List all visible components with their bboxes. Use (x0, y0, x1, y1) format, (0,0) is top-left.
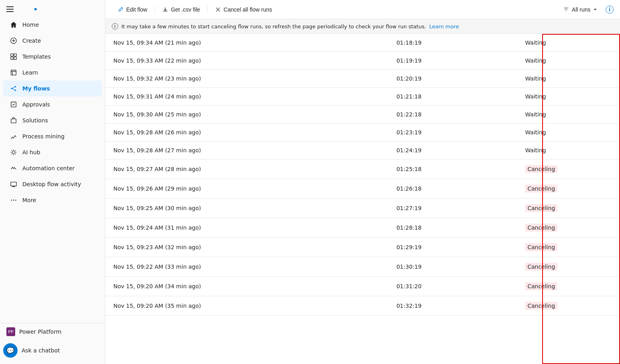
all-runs-button[interactable]: All runs (558, 4, 602, 15)
automationcenter-icon (10, 164, 18, 172)
run-date: Nov 15, 09:28 AM (27 min ago) (105, 142, 388, 159)
run-duration: 01:19:19 (388, 52, 517, 70)
sidebar-item-desktopflow[interactable]: Desktop flow activity (3, 176, 102, 192)
run-date: Nov 15, 09:20 AM (34 min ago) (105, 277, 388, 296)
sidebar-item-create-label: Create (22, 37, 41, 44)
download-icon (162, 6, 168, 13)
table-row[interactable]: Nov 15, 09:34 AM (21 min ago)01:18:19Wai… (105, 34, 620, 52)
learn-more-link[interactable]: Learn more (429, 24, 459, 30)
sidebar-item-desktopflow-label: Desktop flow activity (22, 181, 81, 187)
table-row[interactable]: Nov 15, 09:33 AM (22 min ago)01:19:19Wai… (105, 52, 620, 70)
run-status: Canceling (517, 179, 620, 199)
run-status: Canceling (517, 257, 620, 277)
run-date: Nov 15, 09:25 AM (30 min ago) (105, 199, 388, 218)
create-icon (10, 37, 18, 45)
chatbot-label: Ask a chatbot (22, 347, 60, 354)
run-date: Nov 15, 09:32 AM (23 min ago) (105, 70, 388, 88)
toolbar-separator-2 (207, 6, 208, 14)
run-date: Nov 15, 09:20 AM (35 min ago) (105, 296, 388, 316)
toolbar: Edit flow Get .csv file Cancel all flow … (105, 0, 620, 19)
table-row[interactable]: Nov 15, 09:23 AM (32 min ago)01:29:19Can… (105, 238, 620, 257)
run-status: Canceling (517, 159, 620, 179)
sidebar-item-approvals[interactable]: Approvals (3, 96, 102, 112)
sidebar-item-aihub[interactable]: AI hub (3, 144, 102, 160)
info-bar-icon: i (112, 23, 118, 30)
run-duration: 01:20:19 (388, 70, 517, 88)
sidebar-item-myflows[interactable]: My flows (3, 81, 102, 96)
more-icon (10, 196, 18, 204)
run-status: Waiting (517, 142, 620, 159)
hamburger-menu-icon[interactable] (6, 6, 14, 12)
run-duration: 01:23:19 (388, 124, 517, 142)
processmining-icon (10, 132, 18, 140)
sidebar-item-processmining[interactable]: Process mining (3, 128, 102, 144)
edit-flow-label: Edit flow (126, 6, 147, 13)
run-status: Waiting (517, 52, 620, 70)
table-row[interactable]: Nov 15, 09:20 AM (34 min ago)01:31:20Can… (105, 277, 620, 296)
chevron-down-icon (593, 7, 598, 12)
power-platform-section: PP Power Platform (0, 323, 105, 340)
run-date: Nov 15, 09:28 AM (26 min ago) (105, 124, 388, 142)
run-date: Nov 15, 09:23 AM (32 min ago) (105, 238, 388, 257)
table-row[interactable]: Nov 15, 09:20 AM (35 min ago)01:32:19Can… (105, 296, 620, 316)
svg-rect-4 (14, 57, 16, 59)
info-button[interactable]: i (606, 6, 614, 14)
run-status: Canceling (517, 199, 620, 218)
table-row[interactable]: Nov 15, 09:28 AM (26 min ago)01:23:19Wai… (105, 124, 620, 142)
sidebar-item-automationcenter[interactable]: Automation center (3, 160, 102, 176)
run-status: Canceling (517, 277, 620, 296)
solutions-icon (10, 116, 18, 124)
sidebar-item-processmining-label: Process mining (22, 133, 65, 140)
sidebar-item-more-label: More (22, 197, 36, 203)
sidebar-item-home[interactable]: Home (3, 17, 102, 33)
svg-point-15 (15, 200, 16, 201)
run-date: Nov 15, 09:27 AM (28 min ago) (105, 159, 388, 179)
svg-point-14 (13, 200, 14, 201)
toolbar-right: All runs i (558, 4, 614, 15)
sidebar-item-more[interactable]: More (3, 192, 102, 208)
templates-icon (10, 53, 18, 61)
table-row[interactable]: Nov 15, 09:22 AM (33 min ago)01:30:19Can… (105, 257, 620, 277)
table-row[interactable]: Nov 15, 09:32 AM (23 min ago)01:20:19Wai… (105, 70, 620, 88)
sidebar-header (0, 3, 105, 17)
table-row[interactable]: Nov 15, 09:25 AM (30 min ago)01:27:19Can… (105, 199, 620, 218)
sidebar-dot-indicator (34, 8, 37, 10)
run-status: Canceling (517, 218, 620, 238)
home-icon (10, 21, 18, 29)
table-row[interactable]: Nov 15, 09:27 AM (28 min ago)01:25:18Can… (105, 159, 620, 179)
run-duration: 01:27:19 (388, 199, 517, 218)
main-content: Edit flow Get .csv file Cancel all flow … (105, 0, 620, 364)
sidebar-item-create[interactable]: Create (3, 33, 102, 49)
run-duration: 01:26:18 (388, 179, 517, 199)
run-duration: 01:25:18 (388, 159, 517, 179)
sidebar-item-myflows-label: My flows (22, 85, 50, 92)
all-runs-label: All runs (572, 6, 590, 13)
learn-icon (10, 69, 18, 77)
sidebar-item-learn-label: Learn (22, 69, 38, 76)
table-row[interactable]: Nov 15, 09:28 AM (27 min ago)01:24:19Wai… (105, 142, 620, 159)
run-duration: 01:22:18 (388, 106, 517, 124)
sidebar-item-templates[interactable]: Templates (3, 49, 102, 65)
table-row[interactable]: Nov 15, 09:30 AM (25 min ago)01:22:18Wai… (105, 106, 620, 124)
table-row[interactable]: Nov 15, 09:24 AM (31 min ago)01:28:18Can… (105, 218, 620, 238)
sidebar-item-solutions[interactable]: Solutions (3, 112, 102, 128)
myflows-icon (10, 85, 18, 92)
table-row[interactable]: Nov 15, 09:26 AM (29 min ago)01:26:18Can… (105, 179, 620, 199)
edit-flow-button[interactable]: Edit flow (112, 3, 153, 16)
cancel-all-button[interactable]: Cancel all flow runs (209, 3, 277, 16)
chatbot-avatar: 💬 (3, 343, 18, 358)
info-bar: i It may take a few minutes to start can… (105, 19, 620, 34)
svg-point-7 (15, 86, 16, 88)
table-row[interactable]: Nov 15, 09:31 AM (24 min ago)01:21:18Wai… (105, 88, 620, 106)
get-csv-button[interactable]: Get .csv file (156, 3, 206, 16)
svg-point-13 (11, 200, 12, 201)
approvals-icon (10, 100, 18, 108)
runs-table: Nov 15, 09:34 AM (21 min ago)01:18:19Wai… (105, 34, 620, 316)
run-duration: 01:30:19 (388, 257, 517, 277)
power-platform-icon: PP (6, 327, 15, 336)
run-duration: 01:21:18 (388, 88, 517, 106)
svg-rect-12 (11, 182, 16, 186)
cancel-icon (215, 6, 221, 13)
chatbot-button[interactable]: 💬 Ask a chatbot (0, 340, 105, 361)
sidebar-item-learn[interactable]: Learn (3, 65, 102, 81)
